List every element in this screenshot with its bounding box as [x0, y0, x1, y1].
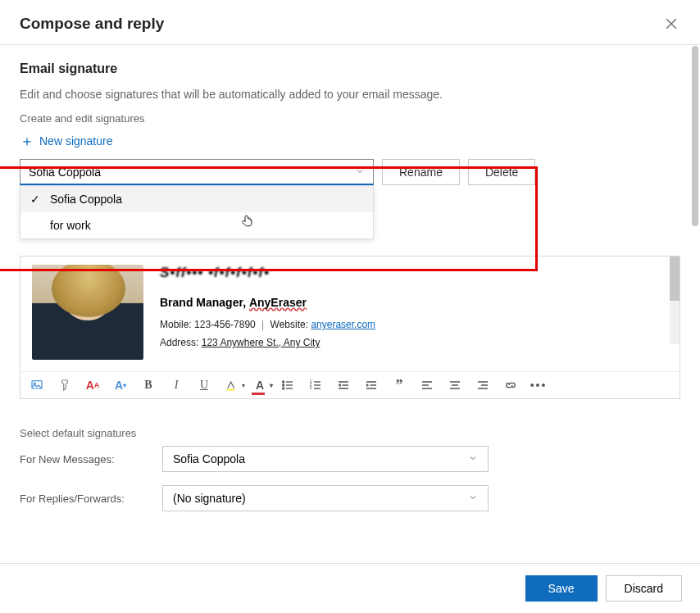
- font-color-icon[interactable]: A▾: [252, 377, 268, 393]
- image-icon[interactable]: [29, 377, 45, 393]
- section-title: Email signature: [20, 61, 680, 76]
- svg-point-5: [283, 388, 284, 389]
- signature-jobtitle: Brand Manager, AnyEraser: [160, 296, 668, 309]
- bold-icon[interactable]: B: [140, 377, 157, 393]
- signature-address: Address: 123 Anywhere St., Any City: [160, 337, 668, 348]
- italic-icon[interactable]: I: [168, 377, 184, 393]
- new-signature-label: New signature: [39, 134, 113, 148]
- replies-select[interactable]: (No signature): [162, 485, 489, 511]
- editor-toolbar: AA A▾ B I U ▾ A▾ 123 ” •••: [20, 371, 680, 398]
- editor-scrollbar[interactable]: [670, 257, 680, 344]
- save-button[interactable]: Save: [525, 575, 598, 602]
- signature-contact: Mobile: 123-456-7890 | Website: anyerase…: [160, 319, 668, 330]
- align-left-icon[interactable]: [419, 377, 435, 393]
- new-signature-button[interactable]: ＋ New signature: [20, 131, 113, 151]
- more-icon[interactable]: •••: [530, 377, 547, 393]
- create-edit-label: Create and edit signatures: [20, 112, 680, 125]
- link-icon[interactable]: [502, 377, 519, 393]
- align-center-icon[interactable]: [447, 377, 463, 393]
- quote-icon[interactable]: ”: [391, 377, 407, 393]
- signature-editor[interactable]: S•ff••• •f•f•f•f•f• Brand Manager, AnyEr…: [20, 256, 680, 399]
- highlight-icon[interactable]: ▾: [224, 377, 240, 393]
- signature-select-value: Sofia Coppola: [29, 166, 101, 179]
- new-messages-label: For New Messages:: [20, 453, 141, 465]
- page-scrollbar[interactable]: [692, 46, 698, 564]
- format-painter-icon[interactable]: [57, 377, 73, 393]
- rename-button[interactable]: Rename: [382, 159, 460, 185]
- numbered-list-icon[interactable]: 123: [307, 377, 324, 393]
- svg-point-4: [283, 384, 284, 386]
- section-desc: Edit and choose signatures that will be …: [20, 88, 680, 101]
- svg-text:3: 3: [310, 386, 312, 390]
- chevron-down-icon: [355, 166, 365, 179]
- signature-option[interactable]: for work: [20, 212, 373, 238]
- avatar-image: [32, 265, 143, 360]
- option-label: for work: [50, 219, 91, 232]
- signature-option[interactable]: ✓ Sofia Coppola: [20, 186, 373, 212]
- svg-rect-2: [227, 389, 234, 391]
- option-label: Sofia Coppola: [50, 193, 122, 206]
- delete-button[interactable]: Delete: [468, 159, 535, 185]
- bullet-list-icon[interactable]: [280, 377, 296, 393]
- plus-icon: ＋: [20, 131, 34, 151]
- check-icon: ✓: [30, 193, 43, 206]
- chevron-down-icon: [468, 452, 478, 465]
- signature-select[interactable]: Sofia Coppola: [20, 159, 374, 185]
- font-increase-icon[interactable]: AA: [84, 377, 101, 393]
- defaults-title: Select default signatures: [20, 427, 680, 439]
- font-decrease-icon[interactable]: A▾: [112, 377, 129, 393]
- indent-icon[interactable]: [363, 377, 380, 393]
- chevron-down-icon: [468, 492, 478, 505]
- svg-point-3: [283, 381, 284, 383]
- signature-name: S•ff••• •f•f•f•f•f•: [160, 265, 668, 281]
- align-right-icon[interactable]: [475, 377, 491, 393]
- new-messages-select[interactable]: Sofia Coppola: [162, 446, 489, 472]
- replies-label: For Replies/Forwards:: [20, 493, 141, 505]
- discard-button[interactable]: Discard: [606, 575, 682, 602]
- close-icon[interactable]: [662, 15, 680, 33]
- underline-icon[interactable]: U: [196, 377, 212, 393]
- outdent-icon[interactable]: [335, 377, 352, 393]
- page-title: Compose and reply: [20, 15, 164, 33]
- signature-dropdown[interactable]: ✓ Sofia Coppola for work: [20, 185, 374, 239]
